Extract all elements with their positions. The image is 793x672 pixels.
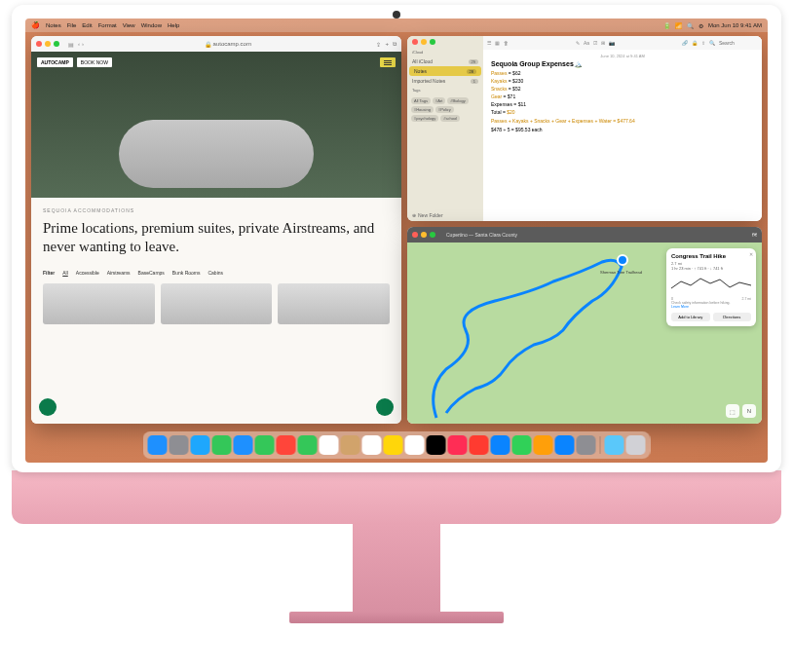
dock-numbers-icon[interactable] [512,435,532,455]
tag-chip[interactable]: All Tags [411,97,431,104]
share-icon[interactable]: ⇪ [376,41,381,48]
control-center-icon[interactable]: ⚙︎ [699,22,703,29]
close-button[interactable] [36,41,42,47]
filter-cabins[interactable]: Cabins [208,270,223,276]
menu-edit[interactable]: Edit [82,22,92,28]
hamburger-menu[interactable] [380,57,396,67]
map-3d-button[interactable]: ⬚ [726,404,739,418]
dock-pages-icon[interactable] [534,435,553,455]
sidebar-all-icloud[interactable]: All iCloud 29 [407,56,483,66]
menu-help[interactable]: Help [168,22,179,28]
dock-finder-icon[interactable] [148,435,168,455]
minimize-button[interactable] [421,39,427,45]
filter-bunkrooms[interactable]: Bunk Rooms [172,270,201,276]
dock-maps-icon[interactable] [255,435,275,455]
dock-calendar-icon[interactable] [320,435,339,455]
lock-icon[interactable]: 🔒 [692,40,698,46]
add-to-library-button[interactable]: Add to Library [671,313,710,321]
menu-window[interactable]: Window [141,22,162,28]
address-bar[interactable]: 🔒 autocamp.com [84,41,371,48]
trailhead-pin[interactable] [617,254,628,266]
search-icon[interactable]: 🔍 [687,22,694,29]
close-card-icon[interactable]: ✕ [749,251,753,257]
accessibility-fab[interactable] [376,398,394,416]
close-button[interactable] [412,39,418,45]
dock-launchpad-icon[interactable] [170,435,189,455]
dock-freeform-icon[interactable] [405,435,425,455]
apple-menu[interactable]: 🍎 [31,21,40,29]
filter-basecamps[interactable]: BaseCamps [138,270,165,276]
chat-fab[interactable] [39,398,57,416]
dock-notes-icon[interactable] [384,435,403,455]
search-input[interactable] [719,40,758,46]
battery-icon[interactable]: 🔋 [663,22,670,29]
dock-keynote-icon[interactable] [491,435,510,455]
tag-chip[interactable]: #Art [433,97,445,104]
sidebar-imported-folder[interactable]: Imported Notes 1 [407,76,483,86]
location-label[interactable]: Cupertino — Santa Clara County [446,232,517,238]
tag-chip[interactable]: #Housing [411,106,434,113]
grid-view-icon[interactable]: ▦ [495,40,500,46]
dock-news-icon[interactable] [470,435,489,455]
dock-reminders-icon[interactable] [362,435,382,455]
new-folder-button[interactable]: ⊕ New Folder [407,209,483,221]
menu-view[interactable]: View [123,22,135,28]
dock-mail-icon[interactable] [234,435,253,455]
share-icon[interactable]: ⇪ [701,40,705,46]
close-button[interactable] [412,232,418,238]
list-view-icon[interactable]: ☰ [487,40,491,46]
accommodation-card[interactable] [278,283,390,324]
wifi-icon[interactable]: 📶 [675,22,682,29]
directions-button[interactable]: Directions [713,313,752,321]
filter-all[interactable]: All [62,270,68,276]
tabs-icon[interactable]: ⧉ [393,41,396,48]
tag-chip[interactable]: #Policy [435,106,454,113]
zoom-button[interactable] [54,41,59,47]
delete-icon[interactable]: 🗑 [504,40,509,46]
table-icon[interactable]: ⊞ [601,40,605,46]
zoom-button[interactable] [430,232,435,238]
dock-trash-icon[interactable] [626,435,646,455]
dock-messages-icon[interactable] [212,435,232,455]
minimize-button[interactable] [421,232,427,238]
back-button[interactable]: ‹ [78,41,80,47]
accommodation-card[interactable] [161,283,273,324]
dock-safari-icon[interactable] [191,435,210,455]
new-tab-icon[interactable]: + [385,41,389,48]
tag-chip[interactable]: #Biology [447,97,468,104]
menubar-app-name[interactable]: Notes [46,22,61,28]
dock-downloads-icon[interactable] [605,435,624,455]
filter-accessible[interactable]: Accessible [76,270,99,276]
compose-icon[interactable]: ✎ [576,40,580,46]
dock-contacts-icon[interactable] [341,435,360,455]
checklist-icon[interactable]: ☑ [593,40,597,46]
dock-facetime-icon[interactable] [298,435,318,455]
zoom-button[interactable] [430,39,435,45]
sidebar-notes-folder[interactable]: Notes 28 [409,66,481,76]
media-icon[interactable]: 📷 [609,40,615,46]
map-canvas[interactable]: Sherman Tree Trailhead ✕ Congress Trail … [407,243,762,424]
learn-more-link[interactable]: Learn More [671,305,751,309]
tag-chip[interactable]: #psychology [411,115,438,122]
format-icon[interactable]: Aa [584,40,589,46]
link-icon[interactable]: 🔗 [682,40,688,46]
search-icon[interactable]: 🔍 [709,40,715,46]
filter-airstreams[interactable]: Airstreams [107,270,131,276]
dock-appstore-icon[interactable] [555,435,575,455]
note-editor[interactable]: June 10, 2024 at 9:41 AM Sequoia Group E… [483,50,762,136]
site-logo[interactable]: AUTOCAMP [37,57,73,67]
dock-music-icon[interactable] [448,435,468,455]
accommodation-card[interactable] [43,283,155,324]
sidebar-toggle-icon[interactable]: ▤ [68,41,74,48]
dock-settings-icon[interactable] [577,435,596,455]
menubar-datetime[interactable]: Mon Jun 10 9:41 AM [708,22,762,28]
dock-photos-icon[interactable] [277,435,296,455]
tag-chip[interactable]: #school [440,115,460,122]
minimize-button[interactable] [45,41,51,47]
menu-file[interactable]: File [67,22,77,28]
map-compass-button[interactable]: N [742,404,756,418]
book-now-button[interactable]: BOOK NOW [77,57,112,67]
map-mode-icon[interactable]: 🗺 [752,232,757,238]
menu-format[interactable]: Format [98,22,117,28]
dock-tv-icon[interactable] [427,435,446,455]
